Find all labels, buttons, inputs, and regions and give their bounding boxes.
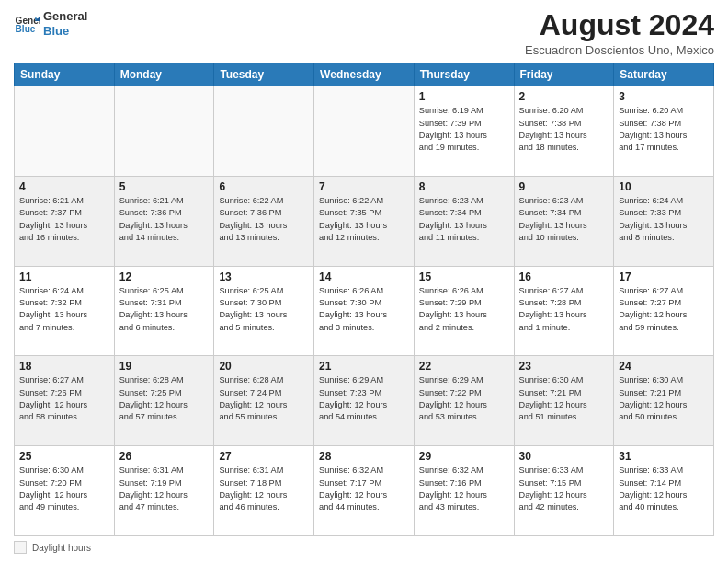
day-info: Sunrise: 6:31 AM Sunset: 7:19 PM Dayligh… [119,465,210,513]
day-number: 27 [219,450,309,463]
calendar-cell: 25Sunrise: 6:30 AM Sunset: 7:20 PM Dayli… [15,446,115,536]
day-info: Sunrise: 6:30 AM Sunset: 7:20 PM Dayligh… [19,465,109,513]
day-number: 21 [319,360,409,373]
day-info: Sunrise: 6:31 AM Sunset: 7:18 PM Dayligh… [219,465,309,513]
logo-icon: General Blue [14,11,40,37]
day-info: Sunrise: 6:19 AM Sunset: 7:39 PM Dayligh… [419,105,509,154]
day-info: Sunrise: 6:25 AM Sunset: 7:30 PM Dayligh… [219,285,309,334]
day-info: Sunrise: 6:32 AM Sunset: 7:16 PM Dayligh… [419,465,509,513]
col-header-monday: Monday [114,63,214,86]
footer-box [14,541,27,554]
day-info: Sunrise: 6:20 AM Sunset: 7:38 PM Dayligh… [619,105,709,154]
header: General Blue General Blue August 2024 Es… [14,9,714,57]
day-info: Sunrise: 6:24 AM Sunset: 7:33 PM Dayligh… [619,195,709,244]
title-section: August 2024 Escuadron Doscientos Uno, Me… [525,9,714,57]
calendar-cell: 10Sunrise: 6:24 AM Sunset: 7:33 PM Dayli… [614,176,714,266]
day-number: 7 [319,180,409,193]
calendar-cell: 19Sunrise: 6:28 AM Sunset: 7:25 PM Dayli… [114,356,214,446]
calendar-cell: 4Sunrise: 6:21 AM Sunset: 7:37 PM Daylig… [15,176,115,266]
week-row-5: 25Sunrise: 6:30 AM Sunset: 7:20 PM Dayli… [15,446,714,536]
day-number: 20 [219,360,309,373]
calendar-header-row: SundayMondayTuesdayWednesdayThursdayFrid… [15,63,714,86]
col-header-friday: Friday [514,63,614,86]
calendar-cell: 27Sunrise: 6:31 AM Sunset: 7:18 PM Dayli… [214,446,314,536]
day-number: 15 [419,270,509,283]
day-number: 6 [219,180,309,193]
day-info: Sunrise: 6:33 AM Sunset: 7:15 PM Dayligh… [519,465,609,513]
calendar-cell [314,86,415,177]
week-row-3: 11Sunrise: 6:24 AM Sunset: 7:32 PM Dayli… [15,266,714,356]
day-number: 19 [119,360,210,373]
footer: Daylight hours [14,541,714,554]
calendar-cell [114,86,214,177]
calendar-cell: 21Sunrise: 6:29 AM Sunset: 7:23 PM Dayli… [314,356,415,446]
day-info: Sunrise: 6:33 AM Sunset: 7:14 PM Dayligh… [619,465,709,513]
day-number: 29 [419,450,509,463]
calendar-table: SundayMondayTuesdayWednesdayThursdayFrid… [14,63,714,536]
day-number: 26 [119,450,210,463]
day-number: 30 [519,450,609,463]
day-info: Sunrise: 6:23 AM Sunset: 7:34 PM Dayligh… [519,195,609,244]
calendar-cell: 9Sunrise: 6:23 AM Sunset: 7:34 PM Daylig… [514,176,614,266]
week-row-1: 1Sunrise: 6:19 AM Sunset: 7:39 PM Daylig… [15,86,714,177]
col-header-saturday: Saturday [614,63,714,86]
day-info: Sunrise: 6:32 AM Sunset: 7:17 PM Dayligh… [319,465,409,513]
day-info: Sunrise: 6:28 AM Sunset: 7:24 PM Dayligh… [219,374,309,423]
day-info: Sunrise: 6:28 AM Sunset: 7:25 PM Dayligh… [119,374,210,423]
day-number: 14 [319,270,409,283]
calendar-cell: 30Sunrise: 6:33 AM Sunset: 7:15 PM Dayli… [514,446,614,536]
footer-label: Daylight hours [32,543,91,553]
day-info: Sunrise: 6:23 AM Sunset: 7:34 PM Dayligh… [419,195,509,244]
calendar-cell: 15Sunrise: 6:26 AM Sunset: 7:29 PM Dayli… [414,266,514,356]
calendar-cell: 22Sunrise: 6:29 AM Sunset: 7:22 PM Dayli… [414,356,514,446]
day-number: 1 [419,90,509,103]
col-header-wednesday: Wednesday [314,63,415,86]
subtitle: Escuadron Doscientos Uno, Mexico [525,43,714,57]
calendar-cell: 11Sunrise: 6:24 AM Sunset: 7:32 PM Dayli… [15,266,115,356]
calendar-cell: 13Sunrise: 6:25 AM Sunset: 7:30 PM Dayli… [214,266,314,356]
calendar-cell: 5Sunrise: 6:21 AM Sunset: 7:36 PM Daylig… [114,176,214,266]
day-number: 16 [519,270,609,283]
day-number: 5 [119,180,210,193]
week-row-4: 18Sunrise: 6:27 AM Sunset: 7:26 PM Dayli… [15,356,714,446]
calendar-cell: 18Sunrise: 6:27 AM Sunset: 7:26 PM Dayli… [15,356,115,446]
day-info: Sunrise: 6:27 AM Sunset: 7:28 PM Dayligh… [519,285,609,334]
calendar-cell: 20Sunrise: 6:28 AM Sunset: 7:24 PM Dayli… [214,356,314,446]
calendar-cell [15,86,115,177]
calendar-cell: 23Sunrise: 6:30 AM Sunset: 7:21 PM Dayli… [514,356,614,446]
day-number: 2 [519,90,609,103]
day-info: Sunrise: 6:29 AM Sunset: 7:23 PM Dayligh… [319,374,409,423]
day-info: Sunrise: 6:21 AM Sunset: 7:36 PM Dayligh… [119,195,210,244]
calendar-cell: 6Sunrise: 6:22 AM Sunset: 7:36 PM Daylig… [214,176,314,266]
svg-text:Blue: Blue [16,24,36,34]
col-header-sunday: Sunday [15,63,115,86]
day-info: Sunrise: 6:26 AM Sunset: 7:30 PM Dayligh… [319,285,409,334]
calendar-cell: 24Sunrise: 6:30 AM Sunset: 7:21 PM Dayli… [614,356,714,446]
main-title: August 2024 [525,9,714,41]
day-info: Sunrise: 6:29 AM Sunset: 7:22 PM Dayligh… [419,374,509,423]
day-info: Sunrise: 6:21 AM Sunset: 7:37 PM Dayligh… [19,195,109,244]
week-row-2: 4Sunrise: 6:21 AM Sunset: 7:37 PM Daylig… [15,176,714,266]
calendar-cell: 2Sunrise: 6:20 AM Sunset: 7:38 PM Daylig… [514,86,614,177]
day-number: 18 [19,360,109,373]
day-number: 9 [519,180,609,193]
calendar-cell: 17Sunrise: 6:27 AM Sunset: 7:27 PM Dayli… [614,266,714,356]
day-number: 3 [619,90,709,103]
calendar-cell: 7Sunrise: 6:22 AM Sunset: 7:35 PM Daylig… [314,176,415,266]
day-number: 31 [619,450,709,463]
day-info: Sunrise: 6:25 AM Sunset: 7:31 PM Dayligh… [119,285,210,334]
calendar-cell: 3Sunrise: 6:20 AM Sunset: 7:38 PM Daylig… [614,86,714,177]
day-number: 11 [19,270,109,283]
day-number: 24 [619,360,709,373]
day-number: 13 [219,270,309,283]
day-number: 8 [419,180,509,193]
day-number: 17 [619,270,709,283]
logo-text: General Blue [43,9,87,38]
day-info: Sunrise: 6:30 AM Sunset: 7:21 PM Dayligh… [519,374,609,423]
calendar-cell: 16Sunrise: 6:27 AM Sunset: 7:28 PM Dayli… [514,266,614,356]
day-number: 4 [19,180,109,193]
calendar-cell: 29Sunrise: 6:32 AM Sunset: 7:16 PM Dayli… [414,446,514,536]
day-info: Sunrise: 6:20 AM Sunset: 7:38 PM Dayligh… [519,105,609,154]
calendar-cell: 14Sunrise: 6:26 AM Sunset: 7:30 PM Dayli… [314,266,415,356]
day-number: 23 [519,360,609,373]
